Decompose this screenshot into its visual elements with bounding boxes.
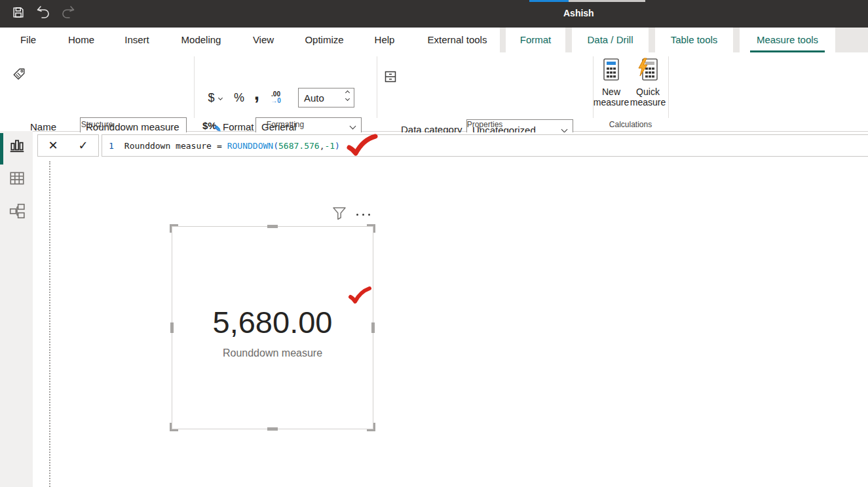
report-view-button[interactable] [8,138,26,156]
group-label-formatting: Formatting [194,120,377,129]
decimal-places-stepper[interactable]: Auto [298,88,354,107]
tab-file[interactable]: File [12,28,45,52]
save-icon [11,5,26,22]
cancel-formula-button[interactable]: ✕ [48,138,58,153]
formula-input[interactable]: 1Rounddown measure=ROUNDDOWN(5687.576,-1… [102,134,868,157]
model-view-icon [9,203,26,222]
save-button[interactable] [9,5,28,22]
card-value: 5,680.00 [172,304,373,340]
tab-format[interactable]: Format [506,28,565,52]
resize-handle-top-right[interactable] [367,224,375,233]
resize-handle-bottom-right[interactable] [367,423,375,431]
report-view-icon [9,137,26,157]
ribbon: Name Rounddown measure Home table My Fir… [0,52,868,132]
group-label-calculations: Calculations [593,120,668,129]
data-view-icon [9,170,26,189]
resize-handle-top[interactable] [267,225,278,228]
tab-optimize[interactable]: Optimize [296,28,352,52]
tab-home[interactable]: Home [61,28,102,52]
resize-handle-bottom[interactable] [267,427,278,431]
chevron-up-icon [345,90,350,95]
data-category-icon [384,70,397,86]
decimal-places-icon-button[interactable]: .00 →0 [266,88,286,107]
name-tag-icon [12,67,26,84]
annotation-checkmark [348,286,373,308]
title-bar: Ashish [0,0,868,28]
chevron-down-icon [345,96,350,101]
tab-help[interactable]: Help [368,28,401,52]
group-divider [194,56,195,118]
card-data-label: Rounddown measure [172,347,373,359]
thousands-separator-button[interactable]: , [251,88,263,107]
currency-format-button[interactable]: $ [203,88,227,107]
formula-actions: ✕ ✓ [37,134,99,157]
data-view-button[interactable] [8,170,26,189]
group-divider [668,56,669,118]
group-divider [377,56,377,118]
tab-modeling[interactable]: Modeling [172,28,230,52]
undo-icon [35,5,51,22]
ribbon-tab-row: File Home Insert Modeling View Optimize … [0,28,868,52]
tab-data-drill[interactable]: Data / Drill [572,28,649,52]
undo-button[interactable] [34,5,52,22]
resize-handle-top-left[interactable] [170,224,178,233]
titlebar-search-edge [569,0,645,2]
filter-icon[interactable] [331,205,347,224]
model-view-button[interactable] [8,203,26,222]
tab-measure-tools[interactable]: Measure tools [740,28,835,52]
view-sidebar [0,131,33,487]
formula-bar: ✕ ✓ 1Rounddown measure=ROUNDDOWN(5687.57… [33,132,868,158]
group-label-properties: Properties [377,120,593,129]
tab-insert[interactable]: Insert [117,28,157,52]
card-visual[interactable]: 5,680.00 Rounddown measure [172,226,373,429]
chevron-down-icon [217,95,222,100]
page-boundary-dotted-line [49,161,50,487]
redo-icon [60,5,76,22]
tab-view[interactable]: View [246,28,280,52]
quick-measure-icon [637,58,658,84]
group-label-structure: Structure [0,120,194,129]
percent-format-button[interactable]: % [231,88,248,107]
quick-measure-button[interactable]: Quick measure [629,58,667,107]
more-options-icon[interactable] [355,210,371,220]
resize-handle-bottom-left[interactable] [170,423,178,431]
titlebar-search-accent [529,0,569,2]
stepper-arrows[interactable] [346,91,349,100]
tab-table-tools[interactable]: Table tools [655,28,733,52]
annotation-checkmark [346,133,379,161]
redo-button[interactable] [59,5,77,22]
new-measure-icon [601,58,621,84]
new-measure-button[interactable]: New measure [595,58,628,107]
tab-external-tools[interactable]: External tools [418,28,497,52]
commit-formula-button[interactable]: ✓ [78,138,88,153]
formula-line-number: 1 [109,141,114,151]
report-canvas[interactable]: 5,680.00 Rounddown measure [33,158,868,487]
window-title: Ashish [563,8,594,18]
visual-header [331,205,371,224]
active-view-indicator [0,133,3,165]
powerbi-window: Ashish File Home Insert Modeling View Op… [0,0,868,487]
decimal-places-icon: .00 →0 [271,91,281,104]
